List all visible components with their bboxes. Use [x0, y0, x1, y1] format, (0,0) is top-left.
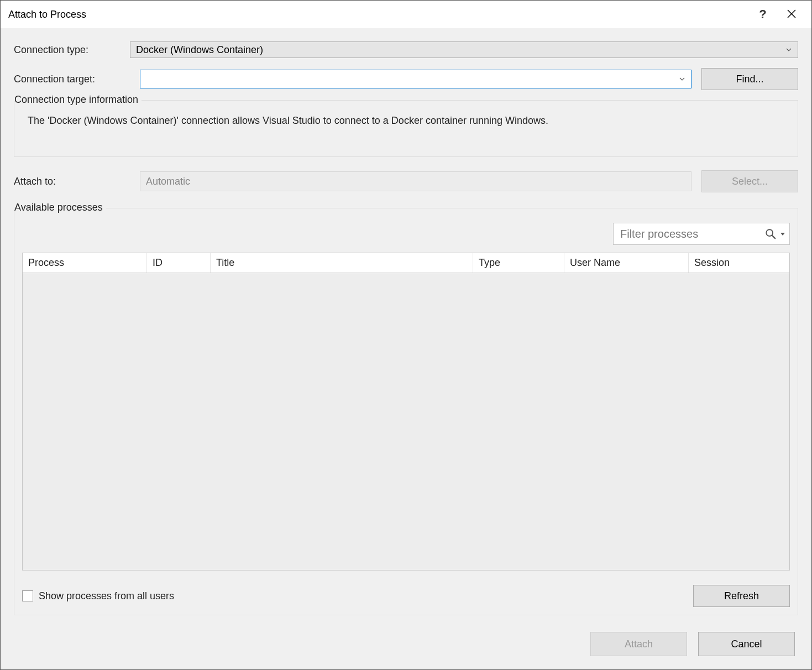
- connection-type-info-heading: Connection type information: [14, 94, 142, 106]
- filter-processes-input[interactable]: [619, 223, 761, 244]
- processes-table[interactable]: Process ID Title Type User Name Session: [22, 253, 790, 570]
- close-button[interactable]: [777, 3, 806, 25]
- select-button-label: Select...: [732, 176, 768, 187]
- connection-type-select[interactable]: Docker (Windows Container): [130, 41, 798, 58]
- connection-type-label: Connection type:: [14, 44, 130, 56]
- col-type[interactable]: Type: [473, 253, 564, 273]
- chevron-down-icon: [785, 46, 792, 53]
- show-all-users-checkbox[interactable]: [22, 590, 33, 601]
- connection-type-info-text: The 'Docker (Windows Container)' connect…: [22, 113, 790, 149]
- connection-type-info-group: Connection type information The 'Docker …: [14, 100, 798, 157]
- attach-button-label: Attach: [625, 638, 653, 650]
- col-user-name[interactable]: User Name: [564, 253, 689, 273]
- attach-to-field: Automatic: [140, 171, 691, 191]
- close-icon: [787, 8, 796, 21]
- svg-line-3: [772, 235, 776, 239]
- attach-to-process-dialog: Attach to Process ? Connection type: Doc…: [0, 0, 812, 670]
- col-session[interactable]: Session: [689, 253, 789, 273]
- find-button-label: Find...: [736, 74, 763, 85]
- window-title: Attach to Process: [8, 9, 748, 20]
- refresh-button[interactable]: Refresh: [693, 585, 790, 607]
- connection-target-row: Connection target: Find...: [14, 68, 798, 90]
- connection-target-combo[interactable]: [140, 70, 691, 88]
- show-all-users-label: Show processes from all users: [39, 590, 174, 602]
- refresh-button-label: Refresh: [724, 590, 759, 602]
- svg-marker-4: [780, 233, 785, 235]
- cancel-button[interactable]: Cancel: [698, 632, 795, 656]
- connection-target-label: Connection target:: [14, 74, 130, 85]
- attach-button: Attach: [590, 632, 687, 656]
- connection-type-row: Connection type: Docker (Windows Contain…: [14, 41, 798, 58]
- connection-type-value: Docker (Windows Container): [136, 44, 263, 56]
- col-process[interactable]: Process: [23, 253, 147, 273]
- chevron-down-icon[interactable]: [679, 76, 685, 82]
- filter-processes-box[interactable]: [613, 223, 790, 245]
- available-processes-group: Available processes Process ID Title: [14, 208, 798, 615]
- dialog-footer: Attach Cancel: [14, 632, 798, 656]
- filter-dropdown-icon[interactable]: [780, 229, 785, 239]
- select-button: Select...: [701, 170, 798, 192]
- attach-to-row: Attach to: Automatic Select...: [14, 170, 798, 192]
- show-all-users-row: Show processes from all users: [22, 590, 174, 602]
- available-processes-heading: Available processes: [14, 202, 106, 213]
- find-button[interactable]: Find...: [701, 68, 798, 90]
- help-button[interactable]: ?: [748, 3, 777, 25]
- col-id[interactable]: ID: [147, 253, 211, 273]
- below-table-row: Show processes from all users Refresh: [22, 585, 790, 607]
- dialog-body: Connection type: Docker (Windows Contain…: [1, 28, 811, 669]
- table-body-empty: [23, 273, 789, 570]
- attach-to-label: Attach to:: [14, 176, 130, 187]
- filter-row: [22, 223, 790, 245]
- connection-target-input[interactable]: [140, 70, 691, 88]
- cancel-button-label: Cancel: [731, 638, 762, 650]
- col-title[interactable]: Title: [211, 253, 473, 273]
- search-icon[interactable]: [764, 228, 777, 240]
- attach-to-value: Automatic: [146, 176, 190, 187]
- table-header: Process ID Title Type User Name Session: [23, 253, 789, 273]
- titlebar: Attach to Process ?: [1, 1, 811, 28]
